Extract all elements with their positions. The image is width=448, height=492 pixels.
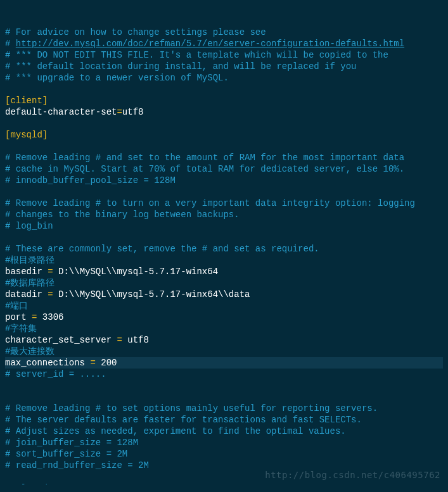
code-line[interactable]: port = 3306 <box>5 312 443 323</box>
code-line[interactable] <box>5 84 443 95</box>
code-line[interactable]: datadir = D:\\MySQL\\mysql-5.7.17-winx64… <box>5 289 443 300</box>
code-token: 3306 <box>37 312 63 322</box>
code-token: #字符集 <box>5 324 37 334</box>
code-line[interactable]: # Remove leading # to set options mainly… <box>5 403 443 414</box>
code-line[interactable]: # Remove leading # to turn on a very imp… <box>5 198 443 209</box>
code-line[interactable]: # innodb_buffer_pool_size = 128M <box>5 175 443 186</box>
code-line[interactable] <box>5 232 443 243</box>
code-line[interactable]: # read_rnd_buffer_size = 2M <box>5 460 443 471</box>
code-token: D:\\MySQL\\mysql-5.7.17-winx64 <box>53 267 218 277</box>
code-line[interactable]: #sql_mode=NO_ENGINE_SUBSTITUTION,STRICT_… <box>5 483 443 484</box>
code-token: = <box>48 267 53 277</box>
code-token: # *** default location during install, a… <box>5 61 357 72</box>
code-token: = <box>48 289 53 300</box>
code-line[interactable] <box>5 391 443 403</box>
code-token: = <box>90 358 95 368</box>
code-line[interactable] <box>5 380 443 391</box>
code-token: # *** DO NOT EDIT THIS FILE. It's a temp… <box>5 50 388 60</box>
code-token: # innodb_buffer_pool_size = 128M <box>5 175 176 186</box>
code-line[interactable]: # cache in MySQL. Start at 70% of total … <box>5 163 443 175</box>
code-token: #数据库路径 <box>5 278 54 288</box>
code-token: = <box>117 335 122 345</box>
code-line[interactable]: # Adjust sizes as needed, experiment to … <box>5 426 443 437</box>
code-token: 200 <box>96 358 117 368</box>
code-token: # The server defaults are faster for tra… <box>5 415 362 425</box>
code-line[interactable]: # *** default location during install, a… <box>5 61 443 72</box>
code-line[interactable]: # For advice on how to change settings p… <box>5 27 443 38</box>
code-line[interactable]: #数据库路径 <box>5 277 443 289</box>
code-token: # Remove leading # to turn on a very imp… <box>5 198 415 208</box>
code-token: #最大连接数 <box>5 346 54 356</box>
code-token: # Remove leading # and set to the amount… <box>5 153 404 163</box>
code-token: # server_id = ..... <box>5 369 106 379</box>
code-token: # sort_buffer_size = 2M <box>5 449 127 459</box>
code-token: default-character-set <box>5 107 117 117</box>
code-token: # join_buffer_size = 128M <box>5 438 138 448</box>
code-token: utf8 <box>122 335 149 345</box>
code-line[interactable]: default-character-set=utf8 <box>5 106 443 118</box>
code-line[interactable]: [client] <box>5 95 443 106</box>
code-token: #sql_mode=NO_ENGINE_SUBSTITUTION,STRICT_… <box>5 483 282 484</box>
code-line[interactable] <box>5 141 443 152</box>
code-token: #端口 <box>5 301 28 311</box>
code-token: #根目录路径 <box>5 255 54 265</box>
code-line[interactable]: # server_id = ..... <box>5 369 443 380</box>
code-token: port <box>5 312 32 322</box>
code-token: max_connections <box>5 358 90 368</box>
code-token: utf8 <box>122 107 144 117</box>
code-line[interactable]: # log_bin <box>5 220 443 232</box>
code-line[interactable]: #字符集 <box>5 323 443 334</box>
code-token: D:\\MySQL\\mysql-5.7.17-winx64\\data <box>53 289 250 300</box>
code-token: datadir <box>5 289 48 300</box>
code-line[interactable]: # These are commonly set, remove the # a… <box>5 243 443 255</box>
code-line[interactable]: basedir = D:\\MySQL\\mysql-5.7.17-winx64 <box>5 266 443 277</box>
code-token: # read_rnd_buffer_size = 2M <box>5 460 149 470</box>
code-line[interactable]: #最大连接数 <box>5 346 443 357</box>
code-line[interactable]: max_connections = 200 <box>5 357 443 369</box>
code-line[interactable]: character_set_server = utf8 <box>5 334 443 346</box>
code-line[interactable]: # *** DO NOT EDIT THIS FILE. It's a temp… <box>5 49 443 61</box>
code-token: # log_bin <box>5 221 53 231</box>
code-token: basedir <box>5 267 48 277</box>
code-token: # Adjust sizes as needed, experiment to … <box>5 426 346 436</box>
code-token: # Remove leading # to set options mainly… <box>5 403 378 413</box>
code-line[interactable]: [mysqld] <box>5 129 443 141</box>
code-editor[interactable]: # For advice on how to change settings p… <box>0 0 448 484</box>
code-line[interactable]: #根目录路径 <box>5 255 443 266</box>
code-lines-container: # For advice on how to change settings p… <box>5 27 443 484</box>
code-line[interactable]: # join_buffer_size = 128M <box>5 437 443 448</box>
code-line[interactable]: # sort_buffer_size = 2M <box>5 448 443 460</box>
code-token: # changes to the binary log between back… <box>5 210 240 220</box>
code-token: # <box>5 39 16 49</box>
code-line[interactable]: # http://dev.mysql.com/doc/refman/5.7/en… <box>5 38 443 49</box>
code-token: character_set_server <box>5 335 117 345</box>
code-token: # For advice on how to change settings p… <box>5 27 266 37</box>
code-line[interactable] <box>5 471 443 483</box>
code-token: = <box>117 107 122 117</box>
code-token: http://dev.mysql.com/doc/refman/5.7/en/s… <box>16 39 404 49</box>
code-token: # These are commonly set, remove the # a… <box>5 244 319 254</box>
code-token: # cache in MySQL. Start at 70% of total … <box>5 164 404 174</box>
code-token: # *** upgrade to a newer version of MySQ… <box>5 73 229 83</box>
code-line[interactable]: # The server defaults are faster for tra… <box>5 414 443 426</box>
code-line[interactable]: #端口 <box>5 300 443 312</box>
code-token: [client] <box>5 96 48 106</box>
code-line[interactable] <box>5 118 443 129</box>
code-line[interactable]: # changes to the binary log between back… <box>5 209 443 220</box>
code-line[interactable] <box>5 186 443 198</box>
code-line[interactable]: # *** upgrade to a newer version of MySQ… <box>5 72 443 84</box>
code-token: [mysqld] <box>5 130 48 140</box>
code-line[interactable]: # Remove leading # and set to the amount… <box>5 152 443 163</box>
